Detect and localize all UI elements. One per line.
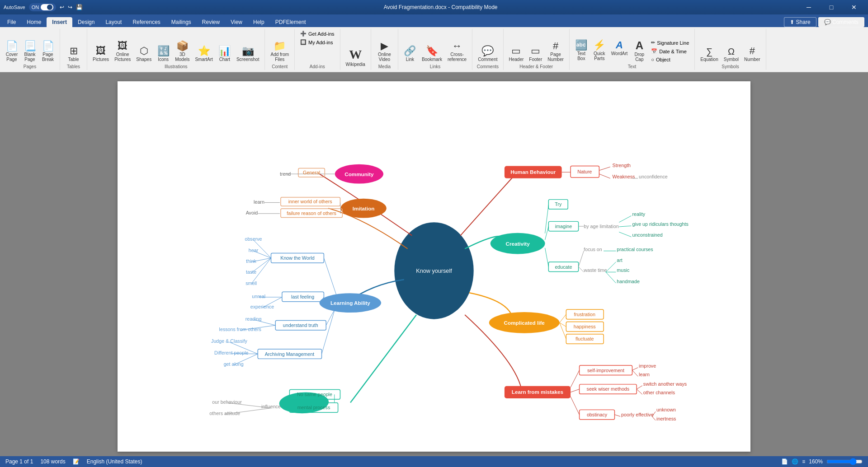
chart-button[interactable]: 📊 Chart bbox=[217, 45, 233, 63]
link-button[interactable]: 🔗 Link bbox=[402, 45, 418, 63]
redo-icon[interactable]: ↪ bbox=[68, 4, 72, 10]
zoom-slider[interactable] bbox=[826, 458, 863, 465]
minimize-button[interactable]: ─ bbox=[798, 0, 819, 14]
shapes-icon: ⬡ bbox=[140, 46, 148, 56]
tab-help[interactable]: Help bbox=[248, 17, 270, 27]
table-button[interactable]: ⊞ Table bbox=[66, 45, 82, 63]
ribbon-group-content: 📁 Add fromFiles Content bbox=[265, 29, 295, 70]
svg-text:Human Behaviour: Human Behaviour bbox=[510, 169, 556, 175]
wordart-button[interactable]: A WordArt bbox=[609, 39, 630, 63]
cover-page-button[interactable]: 📄 CoverPage bbox=[4, 40, 20, 63]
view-normal-icon[interactable]: 📄 bbox=[781, 458, 788, 465]
equation-button[interactable]: ∑ Equation bbox=[698, 46, 720, 63]
comment-button[interactable]: 💬 Comment bbox=[476, 45, 499, 63]
svg-text:practical courses: practical courses bbox=[617, 247, 653, 252]
svg-text:failure reason of others: failure reason of others bbox=[287, 210, 336, 216]
signature-line-button[interactable]: ✏ Signature Line bbox=[649, 39, 691, 47]
autosave-toggle[interactable]: ON bbox=[29, 3, 57, 11]
wikipedia-button[interactable]: W Wikipedia bbox=[344, 47, 367, 68]
close-button[interactable]: ✕ bbox=[844, 0, 864, 14]
svg-text:Learn from mistakes: Learn from mistakes bbox=[512, 389, 564, 395]
add-from-files-label: Add fromFiles bbox=[270, 52, 289, 62]
tab-mailings[interactable]: Mailings bbox=[166, 17, 197, 27]
quick-parts-button[interactable]: ⚡ QuickParts bbox=[591, 39, 608, 63]
screenshot-button[interactable]: 📷 Screenshot bbox=[235, 45, 261, 63]
ribbon-group-comments: 💬 Comment Comments bbox=[472, 29, 503, 70]
maximize-button[interactable]: □ bbox=[821, 0, 842, 14]
svg-line-15 bbox=[340, 202, 340, 208]
tab-insert[interactable]: Insert bbox=[47, 17, 72, 27]
tab-review[interactable]: Review bbox=[197, 17, 225, 27]
my-addins-button[interactable]: 🔲 My Add-ins bbox=[298, 38, 336, 46]
online-pictures-button[interactable]: 🖼 OnlinePictures bbox=[113, 40, 132, 63]
view-web-icon[interactable]: 🌐 bbox=[792, 458, 798, 465]
online-video-button[interactable]: ▶ OnlineVideo bbox=[376, 40, 393, 63]
svg-text:learn: learn bbox=[639, 372, 650, 377]
date-time-icon: 📅 bbox=[651, 48, 657, 54]
header-button[interactable]: ▭ Header bbox=[507, 45, 526, 63]
cross-reference-button[interactable]: ↔ Cross-reference bbox=[446, 40, 468, 63]
language-info[interactable]: English (United States) bbox=[87, 458, 142, 465]
tab-view[interactable]: View bbox=[225, 17, 248, 27]
autosave-on-label: ON bbox=[32, 5, 39, 10]
chart-label: Chart bbox=[219, 57, 230, 62]
object-button[interactable]: ○ Object bbox=[649, 56, 691, 63]
wikipedia-items: W Wikipedia bbox=[344, 30, 367, 68]
blank-page-button[interactable]: 📃 BlankPage bbox=[22, 40, 38, 63]
undo-icon[interactable]: ↩ bbox=[60, 4, 64, 10]
symbol-button[interactable]: Ω Symbol bbox=[722, 46, 741, 63]
svg-text:Know the World: Know the World bbox=[280, 255, 314, 261]
document-area[interactable]: Know yourself Community trend General I bbox=[0, 72, 868, 456]
date-time-button[interactable]: 📅 Date & Time bbox=[649, 47, 691, 55]
spell-check-icon[interactable]: 📝 bbox=[73, 458, 80, 465]
zoom-level[interactable]: 160% bbox=[809, 458, 823, 465]
header-footer-items: ▭ Header ▭ Footer # PageNumber bbox=[507, 30, 566, 63]
wikipedia-label: Wikipedia bbox=[346, 62, 365, 67]
page-break-button[interactable]: 📄 PageBreak bbox=[40, 40, 56, 63]
svg-line-35 bbox=[324, 258, 337, 297]
footer-label: Footer bbox=[529, 57, 542, 62]
add-from-files-button[interactable]: 📁 Add fromFiles bbox=[269, 40, 291, 63]
equation-label: Equation bbox=[700, 57, 718, 62]
comment-label: Comment bbox=[478, 57, 497, 62]
footer-button[interactable]: ▭ Footer bbox=[527, 45, 544, 63]
tab-design[interactable]: Design bbox=[72, 17, 100, 27]
drop-cap-button[interactable]: A DropCap bbox=[631, 39, 647, 63]
bookmark-button[interactable]: 🔖 Bookmark bbox=[420, 45, 444, 63]
shapes-button[interactable]: ⬡ Shapes bbox=[134, 45, 153, 63]
tab-layout[interactable]: Layout bbox=[100, 17, 127, 27]
footer-icon: ▭ bbox=[531, 46, 540, 56]
number-button[interactable]: # Number bbox=[742, 45, 762, 63]
bookmark-icon: 🔖 bbox=[426, 46, 438, 56]
smartart-button[interactable]: ⭐ SmartArt bbox=[193, 45, 214, 63]
tab-home[interactable]: Home bbox=[21, 17, 47, 27]
get-addins-button[interactable]: ➕ Get Add-ins bbox=[298, 30, 336, 37]
document: Know yourself Community trend General I bbox=[118, 81, 750, 452]
pictures-button[interactable]: 🖼 Pictures bbox=[91, 45, 111, 63]
tab-pdflement[interactable]: PDFElement bbox=[270, 17, 311, 27]
svg-line-97 bbox=[619, 226, 631, 227]
svg-text:smell: smell bbox=[245, 280, 257, 286]
text-items: 🔤 TextBox ⚡ QuickParts A WordArt A DropC… bbox=[573, 30, 691, 63]
pictures-icon: 🖼 bbox=[96, 46, 106, 56]
quick-parts-icon: ⚡ bbox=[593, 40, 605, 50]
svg-text:unreal: unreal bbox=[252, 294, 265, 299]
text-box-button[interactable]: 🔤 TextBox bbox=[573, 39, 590, 63]
svg-text:understand truth: understand truth bbox=[283, 322, 318, 328]
svg-text:lessons from others: lessons from others bbox=[219, 327, 261, 332]
svg-text:focus on: focus on bbox=[584, 247, 602, 252]
view-outline-icon[interactable]: ≡ bbox=[802, 458, 805, 465]
save-icon[interactable]: 💾 bbox=[76, 4, 83, 10]
svg-line-104 bbox=[579, 251, 584, 267]
tab-references[interactable]: References bbox=[127, 17, 165, 27]
page-number-button[interactable]: # PageNumber bbox=[546, 40, 566, 63]
autosave-switch[interactable] bbox=[41, 4, 53, 10]
icons-button[interactable]: 🔣 Icons bbox=[155, 45, 171, 63]
3d-models-button[interactable]: 📦 3DModels bbox=[173, 40, 191, 63]
tab-file[interactable]: File bbox=[2, 17, 21, 27]
comments-button[interactable]: 💬 Comments bbox=[818, 17, 864, 27]
share-button[interactable]: ⬆ Share bbox=[784, 17, 816, 27]
object-icon: ○ bbox=[651, 57, 654, 62]
cross-reference-label: Cross-reference bbox=[448, 52, 467, 62]
drop-cap-label: DropCap bbox=[634, 52, 644, 62]
